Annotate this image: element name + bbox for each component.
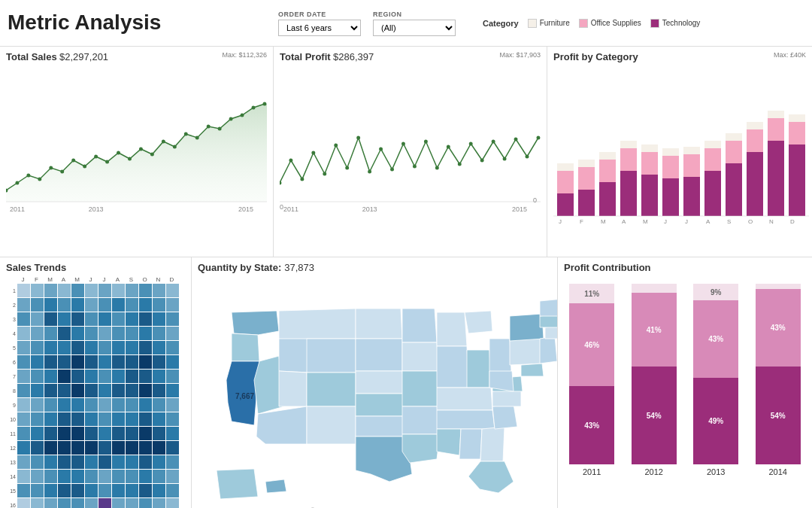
heatmap-cell [98, 412, 111, 426]
legend-office-supplies: Office Supplies [579, 19, 641, 28]
svg-text:2011: 2011 [10, 205, 25, 213]
svg-rect-67 [599, 152, 616, 160]
svg-marker-130 [437, 312, 467, 346]
heatmap-cell [31, 484, 44, 497]
heatmap-cell [17, 312, 30, 326]
svg-rect-59 [557, 193, 574, 216]
heatmap-cell [85, 498, 98, 508]
svg-marker-109 [232, 333, 259, 361]
svg-point-35 [356, 136, 360, 140]
heatmap-cell [17, 470, 30, 483]
svg-point-7 [83, 165, 86, 169]
total-sales-value: $2,297,201 [59, 51, 108, 62]
total-profit-label: Total Profit [280, 51, 331, 62]
svg-point-28 [280, 181, 281, 185]
svg-text:2013: 2013 [362, 205, 377, 213]
svg-point-34 [345, 166, 349, 170]
profit-bar-group: 41%54%2012 [626, 284, 683, 476]
svg-marker-123 [356, 416, 407, 437]
heatmap-cell [58, 384, 71, 397]
svg-text:M: M [601, 218, 606, 224]
heatmap-cell [31, 470, 44, 483]
heatmap-cell [153, 327, 165, 340]
svg-point-42 [435, 166, 439, 170]
svg-marker-126 [402, 342, 438, 371]
heatmap-cell [126, 427, 138, 440]
svg-rect-94 [789, 114, 805, 122]
svg-rect-85 [726, 133, 742, 141]
heatmap-row: 8 [6, 384, 185, 397]
profit-bar: 9%43%49% [693, 284, 738, 464]
svg-rect-83 [726, 163, 742, 216]
svg-marker-117 [307, 373, 356, 406]
heatmap-cell [166, 370, 179, 383]
svg-text:7,667: 7,667 [235, 392, 254, 400]
heatmap-cell [166, 455, 179, 469]
profit-bar: 43%54% [756, 284, 801, 464]
heatmap-cell [153, 484, 165, 497]
heatmap-cell [112, 355, 125, 369]
svg-rect-62 [578, 190, 595, 216]
legend-title: Category [483, 19, 519, 28]
svg-point-31 [311, 151, 315, 155]
svg-marker-119 [356, 309, 402, 339]
heatmap-cell [112, 441, 125, 455]
svg-point-20 [229, 117, 233, 121]
svg-point-44 [458, 163, 462, 166]
furniture-label: Furniture [540, 19, 570, 27]
heatmap-row: 12 [6, 441, 185, 455]
heatmap-cell [17, 498, 30, 508]
heatmap-cell [31, 498, 44, 508]
svg-point-22 [252, 106, 256, 110]
filters-area: ORDER DATE Last 6 years Last 3 years Las… [278, 11, 804, 36]
svg-point-47 [492, 140, 495, 144]
svg-rect-93 [789, 122, 805, 144]
heatmap-cell [139, 398, 152, 412]
heatmap-cell [85, 370, 98, 383]
heatmap-cell [112, 498, 125, 508]
svg-text:D: D [790, 218, 795, 224]
svg-point-48 [503, 157, 507, 161]
heatmap-cell [112, 341, 125, 354]
total-profit-value: $286,397 [333, 51, 374, 62]
heatmap-cell [153, 370, 165, 383]
heatmap-cell [44, 298, 57, 312]
svg-marker-129 [402, 434, 440, 463]
legend-area: Category Furniture Office Supplies Techn… [483, 19, 700, 28]
heatmap-cell [126, 355, 138, 369]
heatmap-cell [126, 398, 138, 412]
heatmap-cell [31, 284, 44, 297]
heatmap-row: 16 [6, 498, 185, 508]
furniture-swatch [528, 19, 537, 28]
svg-marker-149 [545, 326, 558, 339]
region-select[interactable]: (All) East West Central South [373, 20, 456, 36]
svg-marker-148 [540, 336, 557, 364]
profit-category-label: Profit by Category [553, 51, 638, 62]
svg-point-33 [334, 144, 338, 148]
svg-marker-151 [540, 299, 558, 316]
svg-rect-87 [747, 129, 763, 152]
heatmap-cell [71, 441, 84, 455]
svg-point-16 [184, 132, 188, 136]
svg-point-36 [368, 170, 371, 174]
heatmap-cell [71, 284, 84, 297]
svg-point-13 [150, 153, 154, 157]
order-date-select[interactable]: Last 6 years Last 3 years Last year [278, 20, 361, 36]
heatmap-cell [98, 284, 111, 297]
svg-rect-91 [768, 111, 784, 118]
svg-point-37 [379, 148, 383, 151]
heatmap-cell [71, 355, 84, 369]
profit-bar: 11%46%43% [569, 284, 614, 464]
heatmap-cell [44, 398, 57, 412]
svg-marker-113 [279, 309, 356, 339]
sales-trends-panel: Sales Trends J F M A M J J A S O N D 123… [0, 257, 192, 508]
heatmap-cell [85, 384, 98, 397]
profit-contribution-label: Profit Contribution [564, 262, 651, 273]
heatmap-cell [112, 370, 125, 383]
heatmap-cell [17, 370, 30, 383]
svg-point-14 [162, 140, 165, 144]
heatmap-cell [44, 370, 57, 383]
heatmap-cell [153, 384, 165, 397]
heatmap-cell [31, 427, 44, 440]
heatmap-cell [153, 341, 165, 354]
